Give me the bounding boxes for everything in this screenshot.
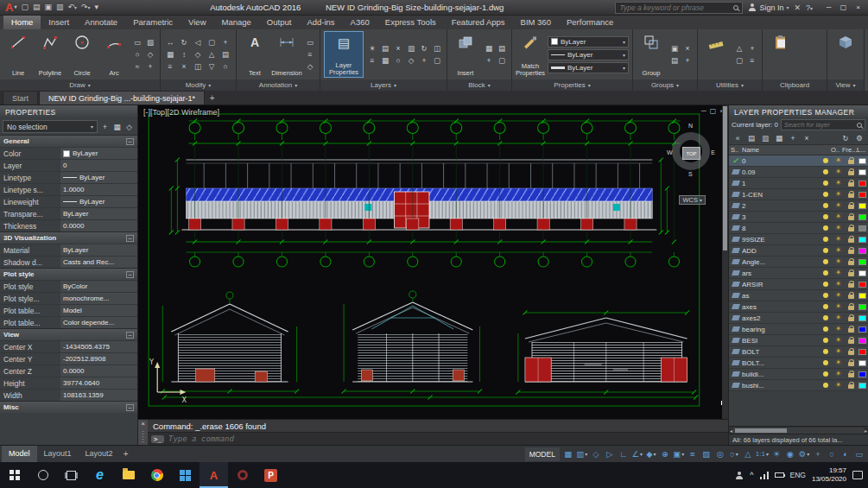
section-header-3d-visualization[interactable]: 3D Visualization–	[0, 231, 137, 244]
new-tab-button[interactable]: +	[206, 92, 219, 105]
modify-tool-icon[interactable]: ≡	[164, 61, 176, 73]
layer-color-swatch[interactable]	[858, 360, 866, 366]
command-window[interactable]: × Command: _.erase 1606 found >_	[138, 419, 728, 445]
layer-row[interactable]: bearing☀	[729, 324, 868, 335]
property-value[interactable]: Color depende...	[60, 317, 137, 328]
layer-freeze-icon[interactable]: ☀	[831, 157, 846, 164]
property-value[interactable]: Model	[60, 305, 137, 316]
new-layer-icon[interactable]: +	[787, 132, 799, 143]
modify-tool-icon[interactable]: ↔	[164, 37, 176, 48]
layer-row[interactable]: BESI☀	[729, 335, 868, 346]
group-tool-icon[interactable]: ▣	[668, 43, 681, 54]
layer-on-icon[interactable]	[823, 371, 828, 377]
utility-tool-icon[interactable]: △	[733, 43, 745, 54]
property-value[interactable]: ByLayer	[60, 208, 137, 219]
layer-lock-icon[interactable]	[848, 216, 854, 220]
group-button[interactable]: Group	[637, 31, 666, 78]
toggle-pickadd-icon[interactable]: +	[99, 121, 111, 132]
modify-tool-icon[interactable]: ↕	[178, 49, 190, 60]
layer-lock-icon[interactable]	[848, 238, 854, 243]
collapse-section-icon[interactable]: –	[126, 404, 134, 411]
ribbon-tab-bim-360[interactable]: BIM 360	[513, 16, 559, 29]
start-button[interactable]	[0, 462, 29, 488]
viewport-restore-icon[interactable]: ▢	[710, 107, 717, 116]
layer-freeze-icon[interactable]: ☀	[831, 168, 846, 175]
block-tool-icon[interactable]: +	[483, 55, 495, 67]
layer-color-swatch[interactable]	[858, 371, 866, 377]
canvas-scrollbar[interactable]	[722, 105, 728, 419]
layer-lock-icon[interactable]	[848, 295, 854, 299]
hidden-icons-chevron[interactable]: ^	[750, 471, 753, 479]
layer-tool-icon[interactable]: ≡	[366, 55, 378, 67]
ribbon-tab-manage[interactable]: Manage	[214, 16, 259, 29]
people-icon[interactable]	[735, 472, 744, 479]
layer-color-swatch[interactable]	[858, 326, 866, 333]
layer-list-hscrollbar[interactable]: ◂ ▸	[729, 426, 868, 434]
search-button[interactable]	[29, 462, 57, 488]
property-value[interactable]: 0	[60, 160, 137, 171]
layer-search-input[interactable]	[784, 121, 855, 129]
ribbon-tab-performance[interactable]: Performance	[559, 16, 621, 29]
layer-row[interactable]: Angle...☀	[729, 257, 868, 268]
annotation-panel-label[interactable]: Annotation▾	[237, 79, 320, 91]
draw-tool-icon[interactable]: ▭	[131, 37, 143, 48]
layer-on-icon[interactable]	[823, 203, 828, 208]
layer-row[interactable]: 0.09☀	[729, 167, 868, 178]
layer-lock-icon[interactable]	[848, 306, 854, 310]
section-header-view[interactable]: View–	[0, 328, 137, 340]
layer-on-icon[interactable]	[823, 237, 828, 242]
property-value[interactable]: 0.0000	[60, 365, 137, 377]
layer-lock-icon[interactable]	[848, 160, 854, 164]
group-tool-icon[interactable]: +	[681, 55, 694, 67]
block-tool-icon[interactable]: ▦	[483, 43, 495, 54]
layer-tool-icon[interactable]: ▥	[405, 43, 417, 54]
layer-tool-icon[interactable]: ↻	[418, 43, 430, 54]
autoscale-icon[interactable]: ◉	[783, 447, 797, 461]
browser-ring-icon[interactable]	[228, 462, 257, 488]
delete-layer-icon[interactable]: ×	[801, 132, 813, 143]
layer-on-icon[interactable]	[823, 315, 828, 320]
sign-in-button[interactable]: Sign In ▾	[748, 3, 789, 12]
measure-button[interactable]	[701, 31, 731, 78]
paste-button[interactable]	[766, 31, 795, 78]
collapse-filters-icon[interactable]: «	[732, 132, 744, 143]
action-center-icon[interactable]	[852, 471, 863, 479]
group-tool-icon[interactable]: ▤	[668, 55, 681, 67]
layer-row[interactable]: 99SIZE☀	[729, 234, 868, 245]
layer-search-icon[interactable]	[857, 123, 862, 128]
restore-button[interactable]: ▢	[836, 2, 851, 14]
layer-lock-icon[interactable]	[848, 272, 854, 276]
property-row[interactable]: Shadow d...Casts and Rec...	[0, 256, 137, 268]
layer-color-swatch[interactable]	[858, 181, 866, 187]
layer-lock-icon[interactable]	[848, 205, 854, 209]
property-row[interactable]: Center X-1434505.4375	[0, 340, 137, 352]
layer-on-icon[interactable]	[823, 192, 828, 197]
layer-color-swatch[interactable]	[858, 158, 866, 164]
layer-on-icon[interactable]	[823, 282, 828, 287]
property-row[interactable]: Width108163.1359	[0, 389, 137, 401]
wcs-dropdown[interactable]: WCS▾	[679, 195, 706, 205]
close-button[interactable]: ×	[851, 2, 865, 14]
layer-list-header[interactable]: S.. Name O.. Fre... L...	[729, 144, 868, 155]
ribbon-tab-add-ins[interactable]: Add-ins	[299, 16, 342, 29]
modify-tool-icon[interactable]: ◁	[192, 37, 204, 48]
layer-on-icon[interactable]	[823, 383, 828, 388]
command-input-row[interactable]: >_	[148, 432, 728, 445]
clean-screen-icon[interactable]: ▭	[852, 447, 866, 461]
layer-on-icon[interactable]	[823, 326, 828, 332]
new-file-icon[interactable]: ▢	[21, 1, 29, 14]
ribbon-tab-view[interactable]: View	[181, 16, 213, 29]
layer-freeze-icon[interactable]: ☀	[831, 180, 846, 187]
text-tool-button[interactable]: A Text	[240, 31, 269, 78]
qat-customize-icon[interactable]: ▾	[95, 1, 99, 14]
collapse-section-icon[interactable]: –	[126, 271, 134, 278]
dimension-tool-button[interactable]: Dimension	[272, 31, 301, 78]
ribbon-tab-featured-apps[interactable]: Featured Apps	[444, 16, 513, 29]
view-button[interactable]	[831, 31, 860, 78]
property-row[interactable]: Plot styleByColor	[0, 280, 137, 292]
property-value[interactable]: -1434505.4375	[60, 341, 137, 352]
layer-freeze-icon[interactable]: ☀	[831, 269, 846, 276]
layer-row[interactable]: ADD☀	[729, 245, 868, 257]
line-tool-button[interactable]: Line	[3, 31, 33, 78]
graphics-performance-icon[interactable]: ◐	[839, 447, 852, 461]
